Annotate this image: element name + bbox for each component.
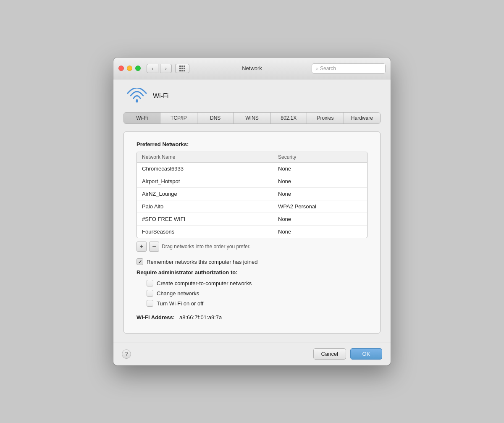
checkbox-row-0[interactable]: Create computer-to-computer networks — [147, 280, 368, 286]
network-name-2: AirNZ_Lounge — [142, 191, 278, 197]
search-icon: ⌕ — [315, 66, 318, 71]
tab-hardware[interactable]: Hardware — [344, 113, 380, 123]
computer-networks-label: Create computer-to-computer networks — [157, 280, 252, 286]
tab-proxies[interactable]: Proxies — [307, 113, 344, 123]
table-row[interactable]: Airport_Hotspot None — [137, 175, 367, 188]
network-security-1: None — [278, 178, 362, 184]
wifi-panel: Preferred Networks: Network Name Securit… — [123, 131, 381, 334]
turn-wifi-checkbox[interactable] — [147, 300, 153, 307]
back-button[interactable]: ‹ — [147, 64, 158, 73]
table-header: Network Name Security — [137, 152, 367, 163]
col-header-name: Network Name — [142, 154, 278, 160]
network-security-0: None — [278, 166, 362, 172]
tab-8021x[interactable]: 802.1X — [270, 113, 307, 123]
tab-bar: Wi-Fi TCP/IP DNS WINS 802.1X Proxies Har… — [123, 112, 381, 124]
drag-hint: Drag networks into the order you prefer. — [162, 244, 250, 250]
table-row[interactable]: AirNZ_Lounge None — [137, 188, 367, 200]
network-name-3: Palo Alto — [142, 203, 278, 210]
table-row[interactable]: Chromecast6933 None — [137, 163, 367, 175]
wifi-title-label: Wi-Fi — [153, 92, 168, 100]
tab-wins[interactable]: WINS — [234, 113, 270, 123]
grid-icon — [179, 66, 185, 71]
checkmark-icon: ✓ — [138, 260, 142, 264]
close-button[interactable] — [118, 66, 124, 71]
table-controls: + − Drag networks into the order you pre… — [136, 242, 368, 252]
wifi-icon — [127, 88, 147, 105]
networks-table: Network Name Security Chromecast6933 Non… — [136, 152, 368, 238]
change-networks-label: Change networks — [157, 290, 199, 297]
grid-view-button[interactable] — [175, 64, 189, 73]
traffic-lights — [118, 66, 141, 71]
table-row[interactable]: Palo Alto WPA2 Personal — [137, 200, 367, 213]
table-row[interactable]: FourSeasons None — [137, 226, 367, 238]
footer: ? Cancel OK — [113, 342, 391, 365]
network-name-5: FourSeasons — [142, 229, 278, 235]
network-name-4: #SFO FREE WIFI — [142, 216, 278, 222]
table-row[interactable]: #SFO FREE WIFI None — [137, 213, 367, 226]
tab-dns[interactable]: DNS — [197, 113, 234, 123]
checkbox-row-2[interactable]: Turn Wi-Fi on or off — [147, 300, 368, 307]
checkbox-row-1[interactable]: Change networks — [147, 290, 368, 297]
change-networks-checkbox[interactable] — [147, 290, 153, 297]
network-security-3: WPA2 Personal — [278, 203, 362, 210]
wifi-address-row: Wi-Fi Address: a8:66:7f:01:a9:7a — [136, 314, 368, 321]
remember-networks-row[interactable]: ✓ Remember networks this computer has jo… — [136, 258, 368, 265]
svg-point-0 — [136, 100, 138, 102]
computer-networks-checkbox[interactable] — [147, 280, 153, 286]
tab-tcpip[interactable]: TCP/IP — [160, 113, 197, 123]
turn-wifi-label: Turn Wi-Fi on or off — [157, 300, 203, 307]
forward-button[interactable]: › — [160, 64, 172, 73]
sub-checkboxes: Create computer-to-computer networks Cha… — [147, 280, 368, 307]
network-security-2: None — [278, 191, 362, 197]
preferred-networks-label: Preferred Networks: — [136, 141, 368, 147]
nav-buttons: ‹ › — [147, 64, 172, 73]
network-security-4: None — [278, 216, 362, 222]
help-button[interactable]: ? — [122, 349, 131, 359]
wifi-header: Wi-Fi — [127, 88, 381, 105]
wifi-address-label: Wi-Fi Address: — [136, 314, 175, 321]
tab-wifi[interactable]: Wi-Fi — [124, 113, 160, 123]
cancel-button[interactable]: Cancel — [313, 348, 346, 360]
window-title: Network — [242, 65, 262, 71]
search-box[interactable]: ⌕ Search — [312, 63, 386, 74]
add-network-button[interactable]: + — [136, 242, 147, 252]
network-name-1: Airport_Hotspot — [142, 178, 278, 184]
col-header-security: Security — [278, 154, 362, 160]
require-admin-label: Require administrator authorization to: — [136, 269, 368, 276]
search-placeholder: Search — [320, 66, 336, 71]
remove-network-button[interactable]: − — [149, 242, 159, 252]
wifi-address-value: a8:66:7f:01:a9:7a — [179, 314, 222, 321]
footer-actions: Cancel OK — [313, 348, 382, 360]
remember-checkbox[interactable]: ✓ — [136, 258, 143, 265]
network-name-0: Chromecast6933 — [142, 166, 278, 172]
titlebar: ‹ › Network ⌕ Search — [113, 58, 391, 79]
network-window: ‹ › Network ⌕ Search — [113, 58, 391, 365]
content-area: Wi-Fi Wi-Fi TCP/IP DNS WINS 802.1X Proxi… — [113, 79, 391, 342]
network-security-5: None — [278, 229, 362, 235]
minimize-button[interactable] — [127, 66, 132, 71]
maximize-button[interactable] — [135, 66, 141, 71]
remember-networks-label: Remember networks this computer has join… — [147, 259, 257, 265]
ok-button[interactable]: OK — [350, 348, 382, 360]
